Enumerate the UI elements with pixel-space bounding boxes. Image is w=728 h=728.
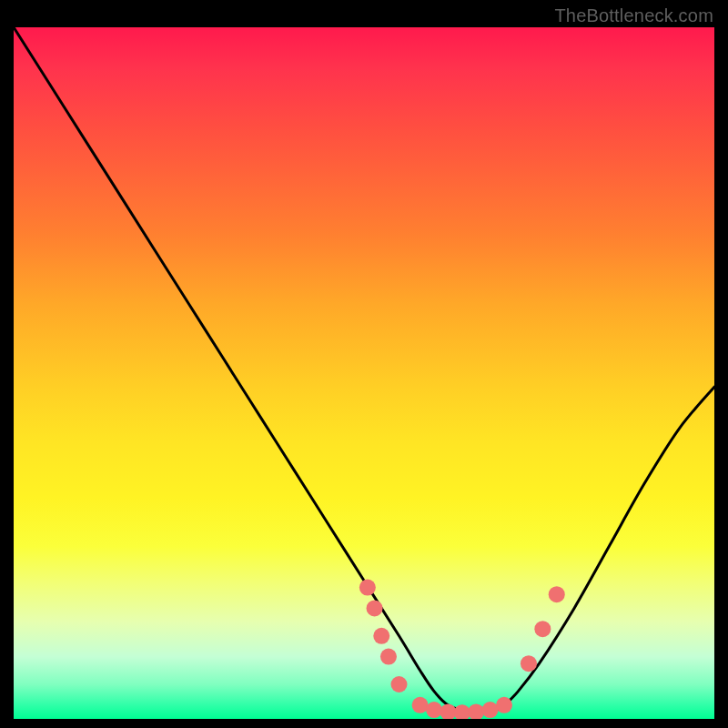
curve-marker [412,697,429,713]
watermark-text: TheBottleneck.com [554,5,713,26]
curve-marker [454,704,470,719]
curve-marker [391,676,408,693]
curve-markers [359,580,565,719]
chart-container: TheBottleneck.com [0,0,728,728]
plot-area [14,27,714,719]
curve-marker [426,702,442,718]
curve-marker [380,649,397,665]
curve-marker [534,621,551,637]
curve-marker [496,697,512,713]
curve-marker [549,586,565,602]
curve-marker [468,703,484,719]
curve-marker [521,655,537,672]
curve-marker [373,628,389,644]
curve-marker [440,703,456,719]
chart-svg [14,27,714,719]
curve-marker [359,580,376,596]
curve-marker [482,702,499,718]
bottleneck-curve [14,27,714,713]
curve-marker [367,600,383,616]
